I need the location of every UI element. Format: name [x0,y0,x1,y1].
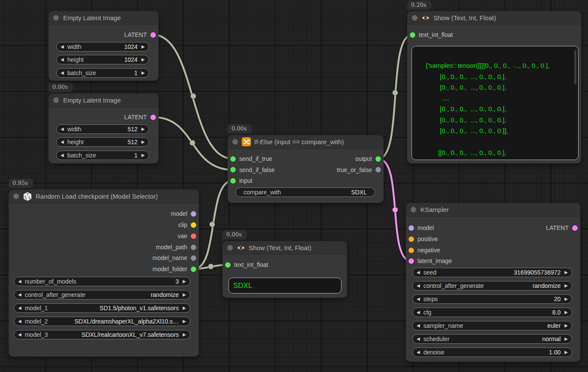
increment-arrow-icon[interactable]: ▶ [141,45,145,49]
output-slot-model-folder[interactable]: model_folder [152,266,199,272]
increment-arrow-icon[interactable]: ▶ [564,270,568,275]
slot-dot[interactable] [230,167,236,172]
increment-arrow-icon[interactable]: ▶ [564,337,568,341]
decrement-arrow-icon[interactable]: ◀ [61,140,64,144]
increment-arrow-icon[interactable]: ▶ [141,140,145,144]
slot-dot[interactable] [375,167,381,172]
input-slot-negative[interactable]: negative [406,247,440,254]
input-slot-input[interactable]: input [228,177,252,184]
input-slot-latent-image[interactable]: latent_image [406,257,452,264]
widget-scheduler[interactable]: ◀ scheduler normal ▶ [412,334,572,344]
widget-height[interactable]: ◀ height 512 ▶ [56,137,149,147]
increment-arrow-icon[interactable]: ▶ [141,71,145,75]
output-slot-model[interactable]: model [171,210,199,217]
input-slot-model[interactable]: model [406,224,434,231]
widget-width[interactable]: ◀ width 1024 ▶ [56,42,149,51]
increment-arrow-icon[interactable]: ▶ [183,333,186,337]
node-titlebar[interactable]: Empty Latent Image [49,94,158,107]
input-slot-text-int-float[interactable]: text_int_float [222,261,268,268]
node-random-load-checkpoint[interactable]: Random Load checkpoint (Model Selector) … [9,190,199,357]
node-show-text-tensor[interactable]: Show (Text, Int, Float) text_int_float {… [407,11,581,163]
input-slot-positive[interactable]: positive [406,236,438,242]
slot-dot[interactable] [230,156,236,162]
collapse-dot-icon[interactable] [232,139,238,145]
node-titlebar[interactable]: Show (Text, Int, Float) [407,11,581,25]
widget-number-of-models[interactable]: ◀ number_of_models 3 ▶ [14,277,190,286]
output-slot-latent[interactable]: LATENT [124,31,158,38]
decrement-arrow-icon[interactable]: ◀ [61,57,64,62]
decrement-arrow-icon[interactable]: ◀ [61,153,64,157]
slot-dot-latent[interactable] [150,32,156,38]
widget-steps[interactable]: ◀ steps 20 ▶ [412,294,572,304]
widget-control-after-generate[interactable]: ◀ control_after_generate randomize ▶ [412,281,572,290]
decrement-arrow-icon[interactable]: ◀ [417,350,420,354]
node-show-text-sdxl[interactable]: Show (Text, Int, Float) text_int_float S… [222,241,347,298]
increment-arrow-icon[interactable]: ▶ [564,297,568,301]
increment-arrow-icon[interactable]: ▶ [141,127,145,131]
input-slot-send-if-true[interactable]: send_if_true [228,155,272,162]
increment-arrow-icon[interactable]: ▶ [141,57,145,62]
output-slot-output[interactable]: output [355,155,384,162]
widget-sampler-name[interactable]: ◀ sampler_name euler ▶ [412,321,572,330]
output-slot-clip[interactable]: clip [178,221,199,228]
increment-arrow-icon[interactable]: ▶ [183,279,186,284]
widget-width[interactable]: ◀ width 512 ▶ [56,124,149,134]
collapse-dot-icon[interactable] [227,245,233,251]
node-ksampler[interactable]: KSampler model LATENT positive negative [406,203,580,362]
node-titlebar[interactable]: KSampler [406,203,580,217]
decrement-arrow-icon[interactable]: ◀ [417,324,420,328]
slot-dot[interactable] [410,32,415,38]
slot-dot[interactable] [408,248,414,253]
decrement-arrow-icon[interactable]: ◀ [18,279,21,284]
link-midpoint-dot[interactable] [393,90,398,96]
node-empty-latent-image-1[interactable]: Empty Latent Image LATENT ◀ width 1024 ▶… [49,11,158,81]
collapse-dot-icon[interactable] [412,15,417,21]
node-if-else[interactable]: If-Else (input == compare_with) send_if_… [228,135,384,203]
decrement-arrow-icon[interactable]: ◀ [61,127,64,131]
slot-dot[interactable] [191,222,196,228]
slot-dot[interactable] [408,236,414,242]
slot-dot[interactable] [375,156,381,162]
widget-denoise[interactable]: ◀ denoise 1.00 ▶ [412,348,572,357]
slot-dot[interactable] [408,258,414,264]
slot-dot-latent[interactable] [572,225,578,231]
node-titlebar[interactable]: Random Load checkpoint (Model Selector) [9,190,199,203]
increment-arrow-icon[interactable]: ▶ [183,293,186,297]
increment-arrow-icon[interactable]: ▶ [183,319,186,324]
decrement-arrow-icon[interactable]: ◀ [18,293,21,297]
slot-dot[interactable] [191,245,196,250]
output-slot-model-name[interactable]: model_name [152,254,199,261]
decrement-arrow-icon[interactable]: ◀ [18,333,21,337]
output-slot-true-or-false[interactable]: true_or_false [337,166,384,173]
widget-cfg[interactable]: ◀ cfg 8.0 ▶ [412,308,572,317]
decrement-arrow-icon[interactable]: ◀ [18,319,21,324]
link-midpoint-dot[interactable] [191,94,196,99]
node-titlebar[interactable]: If-Else (input == compare_with) [228,135,384,149]
node-titlebar[interactable]: Empty Latent Image [49,11,158,25]
output-slot-latent[interactable]: LATENT [124,114,158,121]
decrement-arrow-icon[interactable]: ◀ [417,284,420,288]
increment-arrow-icon[interactable]: ▶ [564,324,568,328]
scrollbar-thumb[interactable] [574,50,576,85]
widget-seed[interactable]: ◀ seed 31699055736972 ▶ [412,268,572,277]
slot-dot[interactable] [191,233,196,239]
link-midpoint-dot[interactable] [393,207,398,213]
slot-dot[interactable] [191,255,196,261]
node-empty-latent-image-2[interactable]: Empty Latent Image LATENT ◀ width 512 ▶ … [49,94,158,163]
text-display[interactable]: {'samples': tensor([[[[0., 0., 0., ..., … [411,46,579,160]
output-slot-latent[interactable]: LATENT [546,224,580,231]
increment-arrow-icon[interactable]: ▶ [564,310,568,315]
slot-dot[interactable] [230,178,236,184]
link-midpoint-dot[interactable] [208,264,214,269]
widget-compare-with[interactable]: compare_with SDXL [235,188,375,197]
decrement-arrow-icon[interactable]: ◀ [417,297,420,301]
decrement-arrow-icon[interactable]: ◀ [61,71,64,75]
decrement-arrow-icon[interactable]: ◀ [417,270,420,275]
decrement-arrow-icon[interactable]: ◀ [18,306,21,310]
slot-dot[interactable] [191,266,196,272]
slot-dot[interactable] [408,225,414,231]
node-titlebar[interactable]: Show (Text, Int, Float) [222,241,347,255]
collapse-dot-icon[interactable] [411,207,416,212]
slot-dot[interactable] [225,262,231,268]
output-slot-model-path[interactable]: model_path [156,244,199,251]
